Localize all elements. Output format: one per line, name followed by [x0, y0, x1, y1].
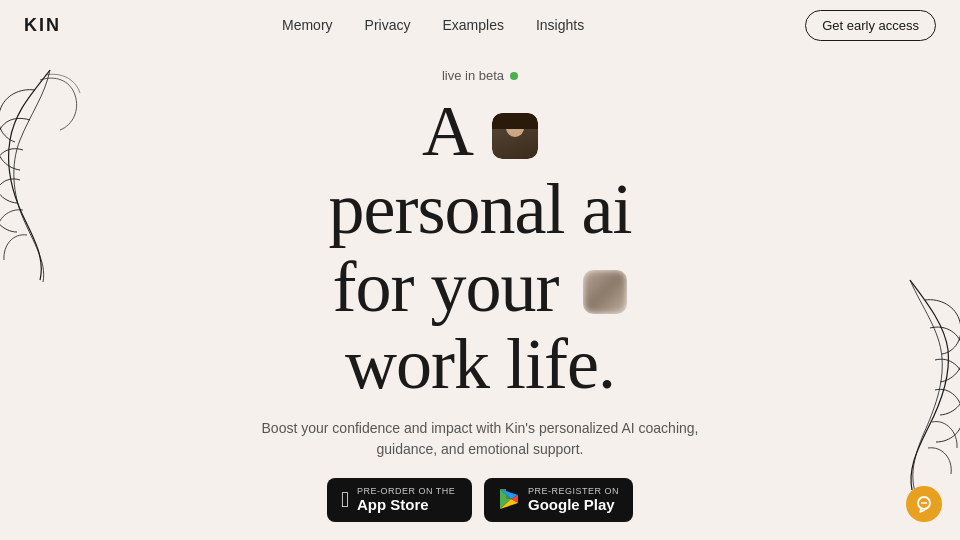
headline-line3: for your — [329, 249, 632, 327]
app-store-pre: Pre-order on the — [357, 486, 455, 496]
nav-links: Memory Privacy Examples Insights — [282, 16, 584, 34]
google-play-button[interactable]: PRE-REGISTER ON Google Play — [484, 478, 633, 522]
svg-point-6 — [921, 502, 923, 504]
chat-bubble-button[interactable] — [906, 486, 942, 522]
nav-examples[interactable]: Examples — [442, 17, 503, 33]
main-content: live in beta A personal ai for your work… — [0, 50, 960, 540]
get-early-access-button[interactable]: Get early access — [805, 10, 936, 41]
headline-line1: A — [329, 93, 632, 171]
svg-point-8 — [925, 502, 927, 504]
google-play-name: Google Play — [528, 496, 619, 514]
beta-badge: live in beta — [442, 68, 518, 83]
nav-memory[interactable]: Memory — [282, 17, 333, 33]
apple-icon:  — [341, 489, 349, 511]
chat-icon — [915, 495, 933, 513]
headline-line2: personal ai — [329, 171, 632, 249]
google-play-icon — [498, 488, 520, 513]
beta-label: live in beta — [442, 68, 504, 83]
headline-line4: work life. — [329, 326, 632, 404]
avatar-1 — [492, 113, 538, 159]
hero-headline: A personal ai for your work life. — [329, 93, 632, 404]
app-store-name: App Store — [357, 496, 455, 514]
nav-privacy[interactable]: Privacy — [365, 17, 411, 33]
google-play-pre: PRE-REGISTER ON — [528, 486, 619, 496]
hero-subtext: Boost your confidence and impact with Ki… — [240, 418, 720, 460]
app-store-button[interactable]:  Pre-order on the App Store — [327, 478, 472, 522]
beta-dot — [510, 72, 518, 80]
nav-insights[interactable]: Insights — [536, 17, 584, 33]
svg-point-7 — [923, 502, 925, 504]
navbar: KIN Memory Privacy Examples Insights Get… — [0, 0, 960, 50]
logo: KIN — [24, 15, 61, 36]
avatar-2 — [583, 270, 627, 314]
app-buttons:  Pre-order on the App Store PRE-REGISTE… — [327, 478, 633, 522]
